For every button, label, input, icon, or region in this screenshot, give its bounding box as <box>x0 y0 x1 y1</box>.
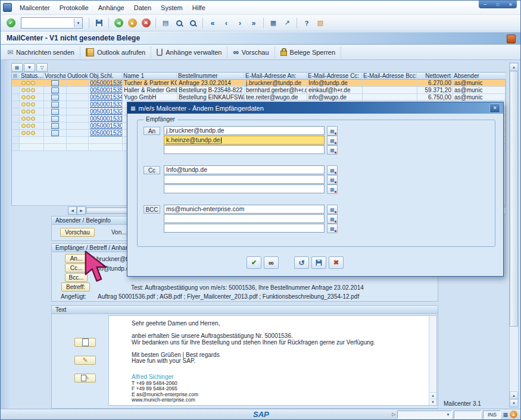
preview-cell[interactable] <box>44 87 67 94</box>
preview-cell[interactable] <box>44 94 67 101</box>
cancel-button[interactable]: ✖ <box>139 17 152 30</box>
manage-attachments-button[interactable]: Anhänge verwalten <box>151 46 227 58</box>
dialog-an-input-1[interactable]: j.bruckner@tundp.de <box>164 126 325 135</box>
cc-value-help-button-1[interactable]: ▦ <box>327 165 338 175</box>
row-select-cell[interactable] <box>12 123 20 130</box>
exit-button[interactable]: ▲ <box>126 17 139 30</box>
restore-button[interactable]: □ <box>492 1 503 8</box>
back-button[interactable]: ◀ <box>112 17 125 30</box>
header-status[interactable]: Status... <box>19 72 43 80</box>
system-dropdown-icon[interactable]: ▼ <box>447 413 450 416</box>
last-page-button[interactable]: » <box>247 17 260 30</box>
expand-messages-icon[interactable]: ▷ <box>392 412 395 417</box>
header-name[interactable]: Name 1 <box>122 72 177 80</box>
prev-page-button[interactable]: ‹ <box>220 17 233 30</box>
customize-button[interactable]: ▧ <box>314 17 327 30</box>
lock-documents-button[interactable]: Belege Sperren <box>275 46 341 58</box>
header-email-bcc[interactable]: E-Mail-Adresse Bcc: <box>362 72 417 80</box>
reset-button[interactable]: ↺ <box>294 256 309 269</box>
preview-button[interactable]: ∞Vorschau <box>227 46 274 58</box>
grid-filter-button[interactable]: ▽ <box>36 63 48 72</box>
an-value-help-button-1[interactable]: ▦ <box>327 126 338 136</box>
new-session-button[interactable]: ▦ <box>267 17 280 30</box>
display-text-button[interactable]: ✎ <box>74 374 96 383</box>
dialog-an-input-3[interactable] <box>164 145 325 154</box>
system-field[interactable]: ▼ <box>397 410 452 419</box>
print-button[interactable]: ▤ <box>159 17 172 30</box>
email-body[interactable]: Sehr geehrte Damen und Herren,anbei erha… <box>108 315 437 406</box>
insert-mode-indicator[interactable]: INS <box>483 410 501 419</box>
cancel-dialog-button[interactable]: ✖ <box>329 256 344 269</box>
preview-cell[interactable] <box>44 80 67 87</box>
text-scroll-down-button[interactable]: ▼ <box>430 399 436 405</box>
menu-protokolle[interactable]: Protokolle <box>55 3 93 12</box>
close-button[interactable]: ✕ <box>505 1 516 8</box>
row-select-cell[interactable] <box>12 87 20 94</box>
save-button[interactable] <box>92 17 105 30</box>
bcc-value-help-button-1[interactable]: ▦ <box>327 205 338 214</box>
edit-text-button[interactable]: ✎ <box>74 356 96 365</box>
header-vorschau[interactable]: Vorschau <box>43 72 66 80</box>
header-email-an[interactable]: E-Mail-Adresse An: <box>244 72 307 80</box>
save-recipients-button[interactable] <box>311 256 326 269</box>
an-value-help-button-2[interactable]: ▦ <box>327 136 338 145</box>
header-objschl[interactable]: Obj.Schl. <box>88 72 122 80</box>
bcc-value-help-button-3[interactable]: ▦ <box>327 224 338 233</box>
preview-cell[interactable] <box>44 101 67 108</box>
objschl-link[interactable]: 0050001534 <box>89 94 123 101</box>
cc-value-help-button-2[interactable]: ▦ <box>327 175 338 184</box>
dialog-bcc-input-2[interactable] <box>164 214 325 223</box>
row-select-cell[interactable] <box>12 108 20 115</box>
vscroll-track[interactable] <box>510 71 518 391</box>
menu-system[interactable]: System <box>156 3 188 12</box>
scroll-up-button[interactable]: ▲ <box>510 63 518 71</box>
first-page-button[interactable]: « <box>206 17 219 30</box>
vorschau-button[interactable]: Vorschau <box>60 228 95 237</box>
header-select-all[interactable] <box>11 72 19 80</box>
status-grid-icon[interactable]: ▦ <box>503 412 508 418</box>
page-up-button[interactable]: ▲ <box>510 391 518 399</box>
objschl-link[interactable]: 0050001529 <box>89 130 123 137</box>
objschl-link[interactable]: 0050001531 <box>89 115 123 123</box>
next-page-button[interactable]: › <box>233 17 247 30</box>
table-row[interactable]: 0050001534 Yugo GmbH Bestellung EINKAUFS… <box>12 94 506 101</box>
command-dropdown-icon[interactable]: ▼ <box>74 18 82 27</box>
objschl-link[interactable]: 0050001532 <box>89 108 123 115</box>
dialog-cc-input-3[interactable] <box>164 184 325 193</box>
header-nettowert[interactable]: Nettowert <box>417 72 453 80</box>
row-select-cell[interactable] <box>12 94 20 101</box>
scroll-down-button[interactable]: ▼ <box>510 399 518 407</box>
open-outlook-button[interactable]: Outlook aufrufen <box>80 46 151 58</box>
apply-button[interactable]: ✔ <box>247 256 261 269</box>
search-button[interactable]: ∞ <box>264 256 279 269</box>
scroll-right-button[interactable]: ▶ <box>77 206 86 215</box>
send-messages-button[interactable]: ✉Nachrichten senden <box>2 46 80 58</box>
dialog-an-input-2[interactable]: k.heinze@tundp.de <box>164 136 325 145</box>
menu-daten[interactable]: Daten <box>129 3 156 12</box>
bcc-value-help-button-2[interactable]: ▦ <box>327 214 338 224</box>
menu-mailcenter[interactable]: Mailcenter <box>15 3 55 12</box>
preview-cell[interactable] <box>44 115 67 123</box>
header-bestellnummer[interactable]: Bestellnummer <box>177 72 244 80</box>
preview-cell[interactable] <box>44 130 67 137</box>
menu-anhaenge[interactable]: Anhänge <box>93 3 129 12</box>
dialog-cc-input-2[interactable] <box>164 175 325 184</box>
shortcut-button[interactable]: ↗ <box>280 17 294 30</box>
table-row[interactable]: 0050001535 Haller & Rieder GmbH Bestellu… <box>12 87 506 94</box>
objschl-link[interactable]: 0050001530 <box>89 123 123 130</box>
command-input[interactable] <box>21 18 74 27</box>
objschl-link[interactable]: 0050001533 <box>89 101 123 108</box>
row-select-cell[interactable] <box>12 80 20 87</box>
find-button[interactable] <box>173 17 186 30</box>
row-select-cell[interactable] <box>12 115 20 123</box>
preview-cell[interactable] <box>44 108 67 115</box>
dialog-titlebar[interactable]: ▦ m/e/s Mailcenter - Ändern Empfängerdat… <box>127 102 503 114</box>
table-row[interactable]: 0050001536 Tucher & Partner KG Anfrage 2… <box>12 80 506 87</box>
grid-sort-button[interactable]: ▼ <box>24 63 35 72</box>
header-outlook[interactable]: Outlook <box>66 72 88 80</box>
row-select-cell[interactable] <box>12 101 20 108</box>
minimize-button[interactable]: ─ <box>480 1 491 8</box>
header-email-cc[interactable]: E-Mail-Adresse Cc: <box>307 72 362 80</box>
objschl-link[interactable]: 0050001535 <box>89 87 123 94</box>
row-select-cell[interactable] <box>12 130 20 137</box>
